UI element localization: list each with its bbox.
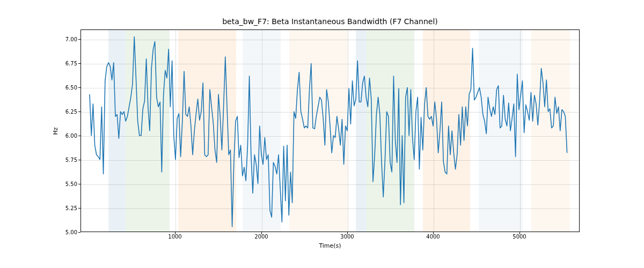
xtick-mark [519,232,520,234]
xtick-label: 4000 [426,234,440,240]
ytick-mark [78,63,80,64]
xtick-mark [433,232,434,234]
ytick-mark [78,39,80,40]
ytick-label: 6.00 [45,133,77,139]
ytick-label: 5.00 [45,229,77,235]
ytick-mark [78,184,80,184]
ytick-mark [78,111,80,112]
xtick-mark [261,232,262,234]
ytick-mark [78,160,80,160]
plot-area [80,29,580,232]
ytick-mark [78,136,80,136]
ytick-label: 6.25 [45,109,77,115]
xtick-mark [175,232,175,234]
xtick-mark [347,232,348,234]
x-axis-label: Time(s) [80,242,580,249]
xtick-label: 3000 [340,234,354,240]
ytick-label: 6.50 [45,85,77,91]
figure: beta_bw_F7: Beta Instantaneous Bandwidth… [0,0,644,268]
ytick-label: 6.75 [45,61,77,66]
xtick-label: 1000 [168,234,181,240]
ytick-label: 5.50 [45,181,77,187]
ytick-label: 7.00 [45,36,77,42]
ytick-mark [78,87,80,88]
ytick-mark [78,208,80,209]
ytick-mark [78,232,80,233]
ytick-label: 5.75 [45,157,77,163]
xtick-label: 5000 [513,234,526,240]
line-series [81,30,579,232]
ytick-label: 5.25 [45,205,77,211]
chart-title: beta_bw_F7: Beta Instantaneous Bandwidth… [80,17,580,26]
xtick-label: 2000 [254,234,268,240]
